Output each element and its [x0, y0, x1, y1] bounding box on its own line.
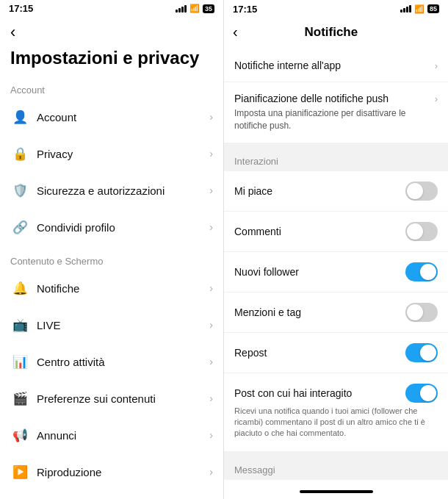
notif-label-pianificazione: Pianificazione delle notifiche push [234, 93, 435, 104]
notif-sub-pianificazione: Imposta una pianificazione per disattiva… [234, 104, 438, 132]
notif-label-interne: Notifiche interne all'app [234, 60, 435, 71]
notif-row-interne[interactable]: Notifiche interne all'app › [224, 49, 448, 82]
notif-label-mi-piace: Mi piace [234, 185, 405, 197]
interazioni-section: Mi piace Commenti Nuovi follower Menzion… [224, 171, 448, 451]
chevron-icon-annunci: › [209, 429, 213, 441]
right-status-icons: 📶 85 [400, 4, 439, 14]
notif-row-pianificazione[interactable]: Pianificazione delle notifiche push › Im… [224, 82, 448, 143]
right-back-button[interactable]: ‹ [233, 24, 238, 40]
page-title: Impostazioni e privacy [0, 45, 223, 80]
menu-item-live[interactable]: 📺 LIVE › [0, 306, 223, 343]
live-icon: 📺 [10, 315, 29, 334]
chevron-icon-security: › [209, 184, 213, 196]
menu-item-lingua[interactable]: A Lingua › [0, 490, 223, 499]
left-back-button[interactable]: ‹ [0, 17, 223, 45]
chevron-icon-centro: › [209, 356, 213, 367]
left-status-icons: 📶 35 [176, 4, 214, 13]
chevron-icon-preferenze: › [209, 392, 213, 404]
right-title: Notifiche [244, 25, 419, 40]
right-time: 17:15 [233, 4, 257, 15]
menu-text-share-profile: Condividi profilo [37, 221, 209, 234]
right-panel: 17:15 📶 85 ‹ Notifiche Notifiche interne… [224, 0, 448, 499]
notif-row-commenti: Commenti [224, 212, 448, 252]
chevron-icon-account: › [209, 111, 213, 123]
toggle-commenti[interactable] [405, 222, 438, 241]
toggle-interagito[interactable] [405, 384, 438, 403]
menu-item-riproduzione[interactable]: ▶️ Riproduzione › [0, 453, 223, 490]
right-wifi-icon: 📶 [414, 4, 424, 14]
menu-text-centro: Centro attività [37, 356, 209, 368]
toggle-mi-piace[interactable] [405, 182, 438, 201]
section-label-account: Account [0, 80, 223, 98]
centro-icon: 📊 [10, 352, 29, 371]
notif-row-repost: Repost [224, 333, 448, 373]
left-status-bar: 17:15 📶 35 [0, 0, 223, 17]
menu-text-notifiche: Notifiche [37, 282, 209, 295]
menu-text-security: Sicurezza e autorizzazioni [37, 184, 209, 197]
chevron-pianificazione: › [435, 93, 438, 104]
toggle-follower[interactable] [405, 262, 438, 281]
notif-label-follower: Nuovi follower [234, 266, 405, 278]
chevron-icon-share: › [209, 221, 213, 233]
menu-item-account[interactable]: 👤 Account › [0, 98, 223, 135]
security-icon: 🛡️ [10, 181, 29, 200]
section-header-messaggi: Messaggi [224, 457, 448, 480]
menu-text-account: Account [37, 111, 209, 123]
chevron-interne: › [435, 60, 438, 71]
section-label-content: Contenuto e Schermo [0, 251, 223, 270]
annunci-icon: 📢 [10, 426, 29, 445]
chevron-icon-notifiche: › [209, 282, 213, 294]
toggle-menzioni[interactable] [405, 303, 438, 322]
notif-label-menzioni: Menzioni e tag [234, 306, 405, 318]
left-panel: 17:15 📶 35 ‹ Impostazioni e privacy Acco… [0, 0, 224, 499]
account-icon: 👤 [10, 107, 29, 126]
right-battery-badge: 85 [427, 4, 439, 13]
menu-item-privacy[interactable]: 🔒 Privacy › [0, 135, 223, 172]
notifiche-icon: 🔔 [10, 279, 29, 298]
right-signal-icon [400, 5, 411, 12]
top-links-section: Notifiche interne all'app › Pianificazio… [224, 49, 448, 143]
notif-row-follower: Nuovi follower [224, 252, 448, 292]
notif-sub-interagito: Ricevi una notifica quando i tuoi amici … [234, 403, 438, 441]
right-status-bar: 17:15 📶 85 [224, 0, 448, 18]
wifi-icon: 📶 [189, 4, 200, 13]
notif-label-commenti: Commenti [234, 226, 405, 237]
notif-label-repost: Repost [234, 347, 405, 359]
menu-text-live: LIVE [37, 319, 209, 331]
share-profile-icon: 🔗 [10, 218, 29, 237]
battery-badge: 35 [203, 4, 214, 13]
menu-item-notifiche[interactable]: 🔔 Notifiche › [0, 270, 223, 306]
notif-list: Notifiche interne all'app › Pianificazio… [224, 49, 448, 484]
privacy-icon: 🔒 [10, 144, 29, 163]
menu-item-share-profile[interactable]: 🔗 Condividi profilo › [0, 209, 223, 245]
riproduzione-icon: ▶️ [10, 462, 29, 481]
menu-text-annunci: Annunci [37, 429, 209, 442]
menu-item-centro[interactable]: 📊 Centro attività › [0, 343, 223, 380]
menu-text-riproduzione: Riproduzione [37, 466, 209, 478]
menu-item-preferenze[interactable]: 🎬 Preferenze sui contenuti › [0, 380, 223, 417]
toggle-repost[interactable] [405, 343, 438, 362]
chevron-icon-live: › [209, 319, 213, 331]
preferenze-icon: 🎬 [10, 389, 29, 408]
menu-item-annunci[interactable]: 📢 Annunci › [0, 417, 223, 453]
left-time: 17:15 [9, 3, 33, 14]
menu-text-privacy: Privacy [37, 148, 209, 160]
chevron-icon-privacy: › [209, 148, 213, 159]
chevron-icon-riproduzione: › [209, 466, 213, 478]
right-header: ‹ Notifiche [224, 18, 448, 49]
notif-row-mi-piace: Mi piace [224, 171, 448, 212]
section-header-interazioni: Interazioni [224, 148, 448, 171]
bottom-bar-right [300, 490, 373, 493]
menu-item-security[interactable]: 🛡️ Sicurezza e autorizzazioni › [0, 172, 223, 209]
signal-icon [176, 5, 187, 12]
menu-text-preferenze: Preferenze sui contenuti [37, 392, 209, 405]
notif-label-interagito: Post con cui hai interagito [234, 387, 405, 399]
notif-row-menzioni: Menzioni e tag [224, 292, 448, 333]
notif-row-interagito: Post con cui hai interagito Ricevi una n… [224, 373, 448, 451]
